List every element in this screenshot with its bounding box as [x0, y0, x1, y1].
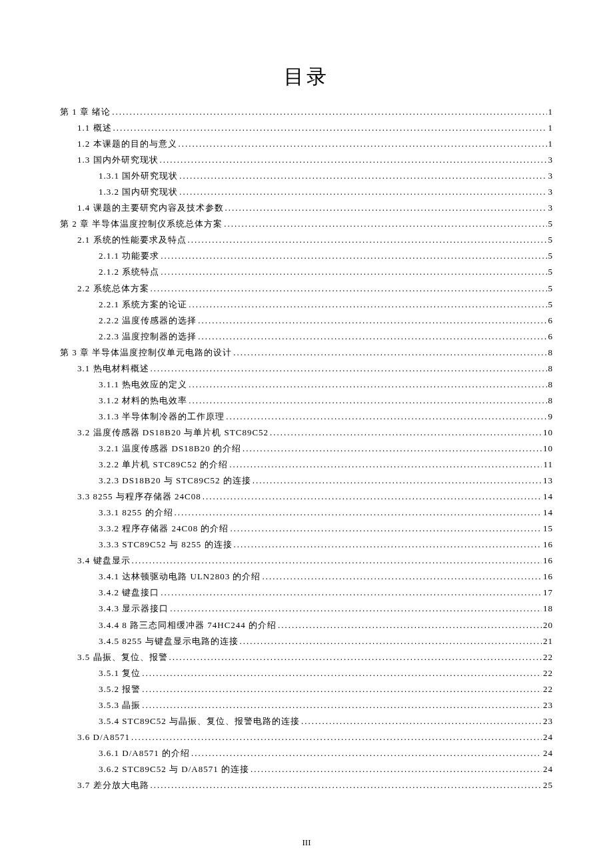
toc-dots	[225, 200, 547, 216]
toc-entry-label: 3.4.5 8255 与键盘显示电路的连接	[99, 633, 239, 649]
toc-entry-page: 5	[548, 281, 554, 297]
toc-entry-label: 3.2.2 单片机 STC89C52 的介绍	[99, 457, 228, 473]
page-number: III	[0, 837, 613, 848]
toc-entry-label: 1.4 课题的主要研究内容及技术参数	[77, 200, 224, 216]
toc-entry-page: 20	[543, 617, 553, 633]
toc-entry-label: 3.2.3 DS18B20 与 STC89C52 的连接	[99, 473, 251, 489]
toc-entry-page: 9	[548, 409, 554, 425]
toc-dots	[179, 136, 547, 152]
toc-entry-page: 16	[543, 553, 553, 569]
toc-title: 目录	[60, 63, 553, 91]
toc-entry-label: 3.6 D/A8571	[77, 729, 130, 745]
toc-entry: 1.3.2 国内研究现状3	[60, 184, 553, 200]
toc-dots	[189, 377, 546, 393]
toc-entry-page: 22	[543, 649, 553, 665]
toc-entry: 第 2 章 半导体温度控制仪系统总体方案5	[60, 216, 553, 232]
toc-entry: 1.3 国内外研究现状3	[60, 152, 553, 168]
toc-entry-page: 5	[548, 248, 554, 264]
toc-dots	[151, 777, 542, 793]
toc-entry-page: 21	[543, 633, 553, 649]
toc-entry-label: 3.4.3 显示器接口	[99, 601, 169, 617]
toc-dots	[234, 537, 542, 553]
toc-entry-label: 2.1.2 系统特点	[99, 264, 159, 280]
toc-entry: 3.1.3 半导体制冷器的工作原理9	[60, 409, 553, 425]
toc-entry: 2.2.2 温度传感器的选择6	[60, 313, 553, 329]
toc-entry: 3.6 D/A857124	[60, 729, 553, 745]
toc-entry-label: 3.6.2 STC89C52 与 D/A8571 的连接	[99, 761, 249, 777]
toc-entry-page: 24	[543, 745, 553, 761]
toc-entry-page: 22	[543, 681, 553, 697]
toc-entry-label: 3.1.3 半导体制冷器的工作原理	[99, 409, 225, 425]
toc-dots	[161, 248, 546, 264]
toc-entry: 2.1.2 系统特点5	[60, 264, 553, 280]
toc-entry-page: 6	[548, 329, 554, 345]
toc-entry: 3.2.1 温度传感器 DS18B20 的介绍10	[60, 441, 553, 457]
toc-entry-page: 5	[548, 264, 554, 280]
toc-entry: 第 1 章 绪论1	[60, 104, 553, 120]
toc-entry-page: 5	[548, 297, 554, 313]
toc-entry-label: 3.1.2 材料的热电效率	[99, 393, 187, 409]
toc-entry-page: 6	[548, 313, 554, 329]
toc-dots	[226, 409, 546, 425]
toc-entry-label: 3.2.1 温度传感器 DS18B20 的介绍	[99, 441, 241, 457]
toc-dots	[270, 425, 542, 441]
toc-entry-label: 3.5.3 晶振	[99, 697, 141, 713]
toc-dots	[240, 633, 542, 649]
toc-entry-page: 14	[543, 505, 553, 521]
toc-entry: 3.4.5 8255 与键盘显示电路的连接21	[60, 633, 553, 649]
toc-entry: 2.1.1 功能要求5	[60, 248, 553, 264]
toc-dots	[161, 585, 542, 601]
toc-entry-label: 3.4.2 键盘接口	[99, 585, 159, 601]
toc-dots	[198, 329, 546, 345]
toc-entry-page: 1	[548, 120, 554, 136]
toc-dots	[170, 601, 542, 617]
toc-entry-label: 3.3.1 8255 的介绍	[99, 505, 173, 521]
toc-entry: 1.3.1 国外研究现状3	[60, 168, 553, 184]
toc-entry-label: 2.2.2 温度传感器的选择	[99, 313, 197, 329]
toc-entry-label: 3.5 晶振、复位、报警	[77, 649, 168, 665]
toc-dots	[253, 473, 542, 489]
toc-entry-label: 1.3.1 国外研究现状	[99, 168, 178, 184]
toc-entry: 2.2.3 温度控制器的选择6	[60, 329, 553, 345]
toc-entry: 3.4.1 达林顿驱动电路 ULN2803 的介绍16	[60, 569, 553, 585]
toc-entry-label: 3.4.1 达林顿驱动电路 ULN2803 的介绍	[99, 569, 261, 585]
toc-entry: 2.1 系统的性能要求及特点5	[60, 232, 553, 248]
toc-entry-page: 10	[543, 425, 553, 441]
toc-entry: 3.5.3 晶振23	[60, 697, 553, 713]
toc-entry-page: 8	[548, 393, 554, 409]
toc-entry: 1.1 概述1	[60, 120, 553, 136]
toc-entry-page: 25	[543, 777, 553, 793]
toc-dots	[189, 393, 546, 409]
toc-entry: 3.7 差分放大电路25	[60, 777, 553, 793]
toc-entry: 3.5.1 复位22	[60, 665, 553, 681]
toc-dots	[301, 713, 542, 729]
toc-entry: 3.1 热电材料概述8	[60, 361, 553, 377]
toc-entry-label: 3.5.1 复位	[99, 665, 141, 681]
toc-entry-label: 3.2 温度传感器 DS18B20 与单片机 STC89C52	[77, 425, 269, 441]
toc-entry-page: 8	[548, 361, 554, 377]
toc-entry-label: 3.5.4 STC89C52 与晶振、复位、报警电路的连接	[99, 713, 300, 729]
toc-dots	[151, 281, 547, 297]
toc-dots	[169, 649, 542, 665]
toc-dots	[224, 216, 546, 232]
toc-entry: 3.2.2 单片机 STC89C52 的介绍11	[60, 457, 553, 473]
toc-dots	[142, 681, 542, 697]
toc-dots	[251, 761, 542, 777]
toc-dots	[151, 361, 547, 377]
toc-entry: 1.2 本课题的目的与意义1	[60, 136, 553, 152]
toc-dots	[229, 457, 542, 473]
toc-entry-page: 3	[548, 152, 554, 168]
toc-entry-label: 3.7 差分放大电路	[77, 777, 149, 793]
toc-entry: 3.5.2 报警22	[60, 681, 553, 697]
toc-entry-page: 3	[548, 184, 554, 200]
toc-entry: 2.2.1 系统方案的论证5	[60, 297, 553, 313]
toc-entry-label: 3.3 8255 与程序存储器 24C08	[77, 489, 201, 505]
toc-entry-page: 14	[543, 489, 553, 505]
toc-entry: 1.4 课题的主要研究内容及技术参数3	[60, 200, 553, 216]
toc-entry-page: 23	[543, 697, 553, 713]
toc-entry-page: 8	[548, 345, 554, 361]
toc-dots	[112, 104, 546, 120]
toc-dots	[233, 345, 546, 361]
toc-entry-label: 2.2 系统总体方案	[77, 281, 149, 297]
toc-entry-label: 2.2.3 温度控制器的选择	[99, 329, 197, 345]
